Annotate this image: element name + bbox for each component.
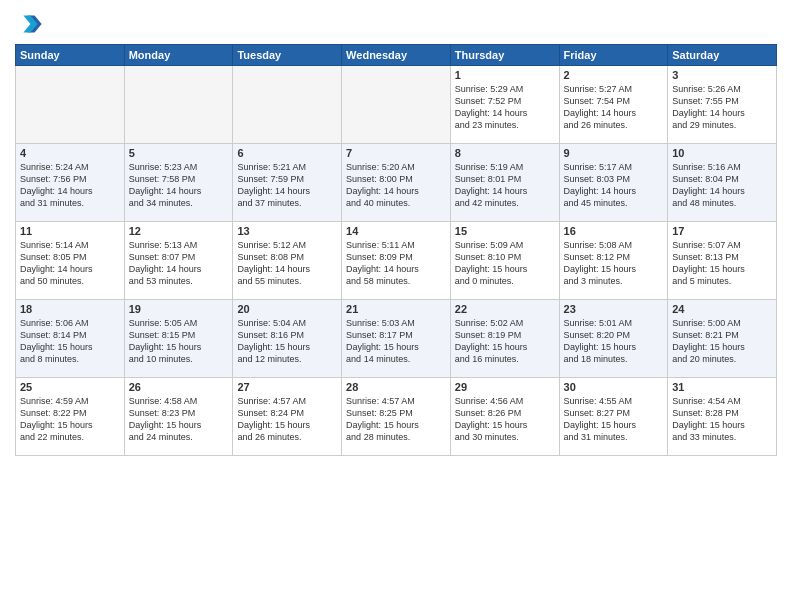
calendar-cell: 20Sunrise: 5:04 AM Sunset: 8:16 PM Dayli… (233, 300, 342, 378)
day-number: 21 (346, 303, 446, 315)
day-info: Sunrise: 5:16 AM Sunset: 8:04 PM Dayligh… (672, 161, 772, 210)
calendar-cell (124, 66, 233, 144)
day-info: Sunrise: 5:24 AM Sunset: 7:56 PM Dayligh… (20, 161, 120, 210)
calendar-cell: 8Sunrise: 5:19 AM Sunset: 8:01 PM Daylig… (450, 144, 559, 222)
day-number: 2 (564, 69, 664, 81)
day-info: Sunrise: 4:57 AM Sunset: 8:25 PM Dayligh… (346, 395, 446, 444)
day-number: 17 (672, 225, 772, 237)
day-number: 10 (672, 147, 772, 159)
day-number: 25 (20, 381, 120, 393)
calendar-cell: 27Sunrise: 4:57 AM Sunset: 8:24 PM Dayli… (233, 378, 342, 456)
weekday-header-wednesday: Wednesday (342, 45, 451, 66)
day-number: 31 (672, 381, 772, 393)
day-number: 18 (20, 303, 120, 315)
day-info: Sunrise: 5:21 AM Sunset: 7:59 PM Dayligh… (237, 161, 337, 210)
day-info: Sunrise: 5:14 AM Sunset: 8:05 PM Dayligh… (20, 239, 120, 288)
calendar-cell: 4Sunrise: 5:24 AM Sunset: 7:56 PM Daylig… (16, 144, 125, 222)
day-number: 1 (455, 69, 555, 81)
weekday-header-thursday: Thursday (450, 45, 559, 66)
day-info: Sunrise: 5:20 AM Sunset: 8:00 PM Dayligh… (346, 161, 446, 210)
calendar-cell: 7Sunrise: 5:20 AM Sunset: 8:00 PM Daylig… (342, 144, 451, 222)
day-number: 9 (564, 147, 664, 159)
day-number: 13 (237, 225, 337, 237)
day-info: Sunrise: 5:11 AM Sunset: 8:09 PM Dayligh… (346, 239, 446, 288)
logo-icon (15, 10, 43, 38)
page: SundayMondayTuesdayWednesdayThursdayFrid… (0, 0, 792, 612)
calendar-cell: 1Sunrise: 5:29 AM Sunset: 7:52 PM Daylig… (450, 66, 559, 144)
calendar-cell: 28Sunrise: 4:57 AM Sunset: 8:25 PM Dayli… (342, 378, 451, 456)
day-info: Sunrise: 4:57 AM Sunset: 8:24 PM Dayligh… (237, 395, 337, 444)
day-info: Sunrise: 5:27 AM Sunset: 7:54 PM Dayligh… (564, 83, 664, 132)
day-info: Sunrise: 4:59 AM Sunset: 8:22 PM Dayligh… (20, 395, 120, 444)
weekday-header-sunday: Sunday (16, 45, 125, 66)
day-number: 30 (564, 381, 664, 393)
calendar-cell: 3Sunrise: 5:26 AM Sunset: 7:55 PM Daylig… (668, 66, 777, 144)
day-number: 15 (455, 225, 555, 237)
day-number: 28 (346, 381, 446, 393)
day-number: 26 (129, 381, 229, 393)
week-row-1: 1Sunrise: 5:29 AM Sunset: 7:52 PM Daylig… (16, 66, 777, 144)
calendar-cell: 6Sunrise: 5:21 AM Sunset: 7:59 PM Daylig… (233, 144, 342, 222)
calendar-cell: 17Sunrise: 5:07 AM Sunset: 8:13 PM Dayli… (668, 222, 777, 300)
day-number: 11 (20, 225, 120, 237)
calendar-cell: 9Sunrise: 5:17 AM Sunset: 8:03 PM Daylig… (559, 144, 668, 222)
day-number: 8 (455, 147, 555, 159)
weekday-header-monday: Monday (124, 45, 233, 66)
calendar-cell: 30Sunrise: 4:55 AM Sunset: 8:27 PM Dayli… (559, 378, 668, 456)
day-number: 20 (237, 303, 337, 315)
calendar-cell (342, 66, 451, 144)
calendar-cell: 15Sunrise: 5:09 AM Sunset: 8:10 PM Dayli… (450, 222, 559, 300)
day-info: Sunrise: 5:23 AM Sunset: 7:58 PM Dayligh… (129, 161, 229, 210)
day-info: Sunrise: 5:03 AM Sunset: 8:17 PM Dayligh… (346, 317, 446, 366)
day-number: 4 (20, 147, 120, 159)
day-info: Sunrise: 5:01 AM Sunset: 8:20 PM Dayligh… (564, 317, 664, 366)
day-number: 14 (346, 225, 446, 237)
day-info: Sunrise: 5:12 AM Sunset: 8:08 PM Dayligh… (237, 239, 337, 288)
calendar-cell: 13Sunrise: 5:12 AM Sunset: 8:08 PM Dayli… (233, 222, 342, 300)
day-number: 7 (346, 147, 446, 159)
day-info: Sunrise: 4:56 AM Sunset: 8:26 PM Dayligh… (455, 395, 555, 444)
day-number: 24 (672, 303, 772, 315)
day-info: Sunrise: 5:08 AM Sunset: 8:12 PM Dayligh… (564, 239, 664, 288)
calendar-cell: 31Sunrise: 4:54 AM Sunset: 8:28 PM Dayli… (668, 378, 777, 456)
day-info: Sunrise: 4:54 AM Sunset: 8:28 PM Dayligh… (672, 395, 772, 444)
calendar-cell: 24Sunrise: 5:00 AM Sunset: 8:21 PM Dayli… (668, 300, 777, 378)
week-row-5: 25Sunrise: 4:59 AM Sunset: 8:22 PM Dayli… (16, 378, 777, 456)
day-info: Sunrise: 4:55 AM Sunset: 8:27 PM Dayligh… (564, 395, 664, 444)
calendar-cell: 18Sunrise: 5:06 AM Sunset: 8:14 PM Dayli… (16, 300, 125, 378)
day-info: Sunrise: 5:06 AM Sunset: 8:14 PM Dayligh… (20, 317, 120, 366)
calendar-cell: 12Sunrise: 5:13 AM Sunset: 8:07 PM Dayli… (124, 222, 233, 300)
day-number: 6 (237, 147, 337, 159)
day-info: Sunrise: 5:29 AM Sunset: 7:52 PM Dayligh… (455, 83, 555, 132)
calendar-cell: 2Sunrise: 5:27 AM Sunset: 7:54 PM Daylig… (559, 66, 668, 144)
weekday-header-friday: Friday (559, 45, 668, 66)
calendar-cell: 16Sunrise: 5:08 AM Sunset: 8:12 PM Dayli… (559, 222, 668, 300)
weekday-header-saturday: Saturday (668, 45, 777, 66)
calendar-cell: 22Sunrise: 5:02 AM Sunset: 8:19 PM Dayli… (450, 300, 559, 378)
calendar-cell (233, 66, 342, 144)
week-row-2: 4Sunrise: 5:24 AM Sunset: 7:56 PM Daylig… (16, 144, 777, 222)
day-info: Sunrise: 5:13 AM Sunset: 8:07 PM Dayligh… (129, 239, 229, 288)
day-number: 23 (564, 303, 664, 315)
day-info: Sunrise: 5:09 AM Sunset: 8:10 PM Dayligh… (455, 239, 555, 288)
calendar-cell: 19Sunrise: 5:05 AM Sunset: 8:15 PM Dayli… (124, 300, 233, 378)
calendar-cell (16, 66, 125, 144)
day-number: 27 (237, 381, 337, 393)
week-row-4: 18Sunrise: 5:06 AM Sunset: 8:14 PM Dayli… (16, 300, 777, 378)
weekday-header-tuesday: Tuesday (233, 45, 342, 66)
calendar-cell: 25Sunrise: 4:59 AM Sunset: 8:22 PM Dayli… (16, 378, 125, 456)
week-row-3: 11Sunrise: 5:14 AM Sunset: 8:05 PM Dayli… (16, 222, 777, 300)
day-info: Sunrise: 5:04 AM Sunset: 8:16 PM Dayligh… (237, 317, 337, 366)
calendar-cell: 26Sunrise: 4:58 AM Sunset: 8:23 PM Dayli… (124, 378, 233, 456)
logo (15, 10, 47, 38)
day-info: Sunrise: 5:19 AM Sunset: 8:01 PM Dayligh… (455, 161, 555, 210)
calendar-cell: 21Sunrise: 5:03 AM Sunset: 8:17 PM Dayli… (342, 300, 451, 378)
calendar-cell: 10Sunrise: 5:16 AM Sunset: 8:04 PM Dayli… (668, 144, 777, 222)
calendar-cell: 5Sunrise: 5:23 AM Sunset: 7:58 PM Daylig… (124, 144, 233, 222)
calendar-cell: 11Sunrise: 5:14 AM Sunset: 8:05 PM Dayli… (16, 222, 125, 300)
day-info: Sunrise: 4:58 AM Sunset: 8:23 PM Dayligh… (129, 395, 229, 444)
day-number: 16 (564, 225, 664, 237)
day-info: Sunrise: 5:17 AM Sunset: 8:03 PM Dayligh… (564, 161, 664, 210)
calendar-cell: 29Sunrise: 4:56 AM Sunset: 8:26 PM Dayli… (450, 378, 559, 456)
header (15, 10, 777, 38)
